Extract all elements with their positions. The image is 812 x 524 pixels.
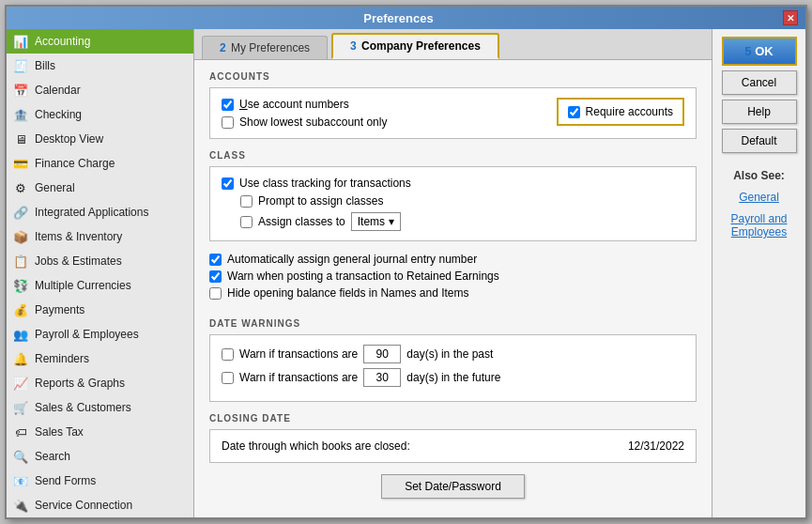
warn-past-label: Warn if transactions are — [239, 347, 358, 361]
sidebar-label-accounting: Accounting — [35, 35, 90, 48]
set-date-password-button[interactable]: Set Date/Password — [381, 474, 525, 499]
auto-assign-checkbox[interactable] — [209, 254, 222, 266]
sidebar-item-general[interactable]: ⚙ General — [7, 176, 193, 200]
sidebar-label-integrated-applications: Integrated Applications — [35, 206, 148, 219]
also-see-label: Also See: — [733, 169, 785, 182]
payroll-icon: 👥 — [12, 326, 29, 343]
prefs-content: ACCOUNTS Use account numbers Show lowest… — [194, 60, 712, 517]
use-class-tracking-checkbox[interactable] — [222, 177, 234, 190]
warn-future-days-input[interactable]: 30 — [363, 368, 401, 387]
sidebar-item-calendar[interactable]: 📅 Calendar — [7, 78, 193, 102]
closing-date-header: CLOSING DATE — [209, 413, 697, 424]
title-bar: Preferences ✕ — [7, 7, 805, 29]
hide-opening-balance-checkbox[interactable] — [209, 287, 222, 300]
checking-icon: 🏦 — [12, 106, 29, 123]
reminders-icon: 🔔 — [12, 350, 29, 367]
search-icon: 🔍 — [12, 448, 29, 465]
sidebar-label-general: General — [35, 181, 75, 194]
sidebar: 📊 Accounting 🧾 Bills 📅 Calendar 🏦 Checki… — [7, 29, 194, 517]
warn-retained-label: Warn when posting a transaction to Retai… — [227, 270, 499, 283]
cancel-button[interactable]: Cancel — [722, 70, 797, 95]
finance-charge-icon: 💳 — [12, 155, 29, 172]
sidebar-item-accounting[interactable]: 📊 Accounting — [7, 29, 193, 54]
warn-retained-checkbox[interactable] — [209, 270, 222, 283]
closing-date-label: Date through which books are closed: — [222, 439, 410, 453]
warn-future-row: Warn if transactions are 30 day(s) in th… — [222, 368, 684, 387]
sidebar-item-integrated-applications[interactable]: 🔗 Integrated Applications — [7, 200, 193, 224]
class-header: CLASS — [209, 150, 697, 161]
sidebar-item-checking[interactable]: 🏦 Checking — [7, 102, 193, 127]
standalone-checks: Automatically assign general journal ent… — [209, 249, 697, 307]
sidebar-item-items-inventory[interactable]: 📦 Items & Inventory — [7, 224, 193, 249]
preferences-dialog: Preferences ✕ 📊 Accounting 🧾 Bills 📅 Cal… — [5, 5, 807, 519]
desktop-view-icon: 🖥 — [12, 131, 29, 147]
prompt-assign-row: Prompt to assign classes — [240, 194, 684, 208]
date-warnings-header: DATE WARNINGS — [209, 318, 697, 329]
accounts-left: Use account numbers Show lowest subaccou… — [222, 98, 557, 129]
sidebar-item-bills[interactable]: 🧾 Bills — [7, 54, 193, 78]
prompt-assign-checkbox[interactable] — [240, 195, 253, 208]
sidebar-item-reports-graphs[interactable]: 📈 Reports & Graphs — [7, 371, 193, 395]
accounts-header: ACCOUNTS — [209, 71, 697, 82]
sidebar-label-payments: Payments — [35, 303, 84, 316]
sidebar-item-reminders[interactable]: 🔔 Reminders — [7, 347, 193, 371]
also-see-general-link[interactable]: General — [739, 191, 779, 204]
sidebar-label-checking: Checking — [35, 108, 82, 121]
sidebar-item-multiple-currencies[interactable]: 💱 Multiple Currencies — [7, 273, 193, 298]
sidebar-label-payroll-employees: Payroll & Employees — [35, 328, 139, 341]
sidebar-label-multiple-currencies: Multiple Currencies — [35, 279, 131, 292]
sidebar-item-payroll-employees[interactable]: 👥 Payroll & Employees — [7, 322, 193, 347]
sidebar-item-service-connection[interactable]: 🔌 Service Connection — [7, 493, 193, 517]
reports-icon: 📈 — [12, 375, 29, 392]
sidebar-label-items-inventory: Items & Inventory — [35, 230, 122, 243]
require-accounts-label: Require accounts — [586, 105, 673, 118]
warn-past-days-input[interactable]: 90 — [363, 345, 401, 363]
tab-my-preferences[interactable]: 2 My Preferences — [202, 36, 328, 59]
date-warnings-box: Warn if transactions are 90 day(s) in th… — [209, 334, 697, 402]
warn-future-label: Warn if transactions are — [239, 371, 358, 384]
require-accounts-checkbox[interactable] — [568, 106, 580, 118]
sidebar-item-search[interactable]: 🔍 Search — [7, 444, 193, 469]
right-panel: 5 OK Cancel Help Default Also See: Gener… — [712, 29, 805, 517]
send-forms-icon: 📧 — [12, 472, 29, 489]
use-class-tracking-label: Use class tracking for transactions — [239, 177, 411, 190]
warn-future-checkbox[interactable] — [222, 372, 234, 384]
default-button[interactable]: Default — [722, 129, 797, 153]
closing-date-box: Date through which books are closed: 12/… — [209, 429, 697, 463]
assign-classes-dropdown[interactable]: Items ▾ — [351, 212, 401, 231]
close-button[interactable]: ✕ — [783, 10, 798, 25]
sidebar-item-sales-customers[interactable]: 🛒 Sales & Customers — [7, 395, 193, 420]
also-see-payroll-link[interactable]: Payroll and Employees — [718, 212, 800, 239]
use-account-numbers-label: Use account numbers — [239, 98, 349, 111]
auto-assign-label: Automatically assign general journal ent… — [227, 253, 477, 266]
sidebar-item-send-forms[interactable]: 📧 Send Forms — [7, 469, 193, 493]
sidebar-label-send-forms: Send Forms — [35, 474, 96, 487]
assign-classes-to-checkbox[interactable] — [240, 216, 253, 228]
require-accounts-row: Require accounts — [568, 105, 673, 118]
tab-my-preferences-number: 2 — [220, 41, 226, 54]
ok-button[interactable]: 5 OK — [722, 37, 797, 66]
sidebar-item-jobs-estimates[interactable]: 📋 Jobs & Estimates — [7, 249, 193, 273]
assign-classes-to-label: Assign classes to — [258, 215, 345, 228]
closing-date-value: 12/31/2022 — [628, 439, 684, 453]
warn-past-checkbox[interactable] — [222, 348, 234, 361]
dialog-title: Preferences — [14, 11, 783, 25]
show-lowest-checkbox[interactable] — [222, 116, 234, 129]
sidebar-item-finance-charge[interactable]: 💳 Finance Charge — [7, 151, 193, 176]
tab-company-preferences[interactable]: 3 Company Preferences — [331, 33, 499, 59]
help-button[interactable]: Help — [722, 100, 797, 124]
sidebar-item-sales-tax[interactable]: 🏷 Sales Tax — [7, 420, 193, 444]
sidebar-label-search: Search — [35, 450, 70, 463]
calendar-icon: 📅 — [12, 82, 29, 99]
sidebar-item-desktop-view[interactable]: 🖥 Desktop View — [7, 127, 193, 151]
integrated-apps-icon: 🔗 — [12, 204, 29, 221]
items-icon: 📦 — [12, 228, 29, 245]
sales-icon: 🛒 — [12, 399, 29, 416]
sidebar-item-payments[interactable]: 💰 Payments — [7, 298, 193, 322]
assign-classes-to-row: Assign classes to Items ▾ — [240, 212, 684, 231]
show-lowest-label: Show lowest subaccount only — [239, 116, 387, 129]
hide-opening-balance-label: Hide opening balance fields in Names and… — [227, 286, 468, 300]
sidebar-label-service-connection: Service Connection — [35, 499, 132, 512]
use-account-numbers-checkbox[interactable] — [222, 99, 234, 111]
sidebar-label-finance-charge: Finance Charge — [35, 157, 115, 170]
